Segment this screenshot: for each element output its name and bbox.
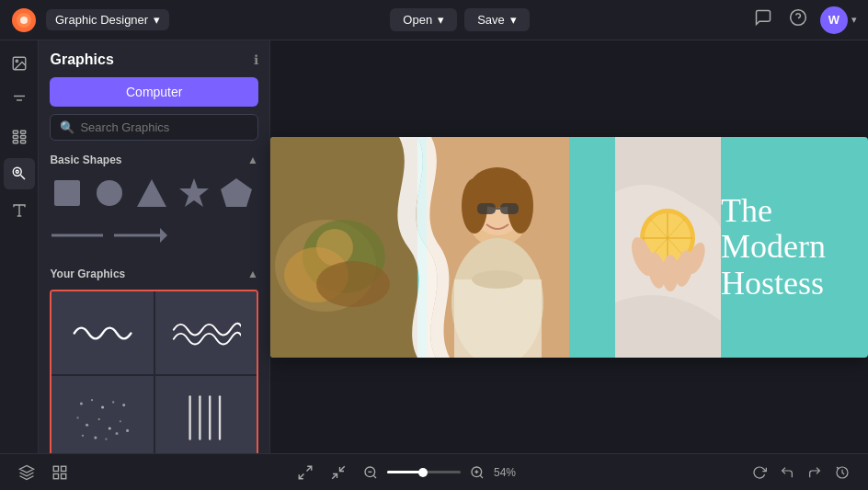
open-label: Open — [403, 13, 432, 27]
main-layout: Graphics ℹ Computer 🔍 Basic Shapes ▲ — [0, 40, 868, 453]
zoom-percent: 54% — [494, 466, 527, 479]
bottom-center: 54% — [293, 461, 527, 484]
canvas-text: The Modern Hostess — [721, 192, 850, 302]
svg-marker-80 — [20, 465, 34, 473]
svg-point-29 — [80, 402, 83, 405]
canvas-wrapper[interactable]: The Modern Hostess — [270, 137, 868, 358]
zoom-slider-fill — [387, 471, 420, 473]
svg-line-85 — [307, 466, 312, 471]
grid-view-button[interactable] — [48, 461, 72, 484]
svg-rect-66 — [454, 279, 542, 358]
chat-icon-button[interactable] — [750, 5, 776, 35]
zoom-slider-dot — [418, 468, 428, 477]
svg-point-54 — [316, 229, 353, 266]
svg-rect-15 — [20, 141, 25, 143]
shape-line[interactable] — [50, 218, 105, 253]
rail-icon-graphics[interactable] — [4, 158, 35, 189]
avatar-chevron: ▾ — [851, 14, 857, 26]
svg-rect-81 — [53, 466, 58, 471]
shape-arrow[interactable] — [112, 218, 167, 253]
svg-point-16 — [13, 167, 21, 176]
avatar-button[interactable]: W ▾ — [820, 6, 857, 34]
shape-pentagon[interactable] — [219, 176, 254, 211]
svg-point-36 — [98, 417, 100, 419]
rail-icon-image[interactable] — [4, 48, 35, 79]
your-graphics-header: Your Graphics ▲ — [50, 268, 258, 280]
bottombar: 54% — [0, 453, 868, 490]
svg-point-40 — [82, 434, 84, 436]
basic-shapes-chevron[interactable]: ▲ — [247, 154, 258, 166]
svg-marker-24 — [179, 178, 209, 207]
rail-icon-filter[interactable] — [4, 85, 35, 116]
info-icon[interactable]: ℹ — [254, 52, 258, 67]
basic-shapes-title: Basic Shapes — [50, 154, 121, 166]
graphic-item-2[interactable] — [155, 291, 257, 374]
svg-rect-82 — [62, 466, 66, 471]
svg-point-32 — [112, 401, 114, 403]
chevron-down-icon: ▾ — [154, 13, 160, 27]
topbar-center: Open ▾ Save ▾ — [169, 8, 750, 31]
undo-button[interactable] — [776, 462, 798, 484]
canvas-inner: The Modern Hostess — [270, 137, 868, 358]
panel-title: Graphics — [50, 51, 113, 68]
shape-circle[interactable] — [92, 176, 127, 211]
expand-button[interactable] — [293, 461, 317, 484]
svg-point-37 — [108, 427, 111, 429]
svg-line-93 — [480, 475, 483, 478]
your-graphics-chevron[interactable]: ▲ — [247, 268, 258, 280]
app-logo — [11, 7, 37, 33]
svg-point-3 — [791, 10, 806, 26]
your-graphics-section: Your Graphics ▲ — [50, 268, 258, 453]
help-icon-button[interactable] — [785, 5, 811, 35]
zoom-out-button[interactable] — [360, 462, 382, 484]
open-button[interactable]: Open ▾ — [390, 8, 457, 31]
icon-rail — [0, 40, 39, 453]
svg-point-42 — [105, 438, 107, 439]
svg-line-87 — [332, 473, 337, 478]
layers-button[interactable] — [15, 461, 39, 484]
redo-button[interactable] — [804, 462, 826, 484]
topbar: Graphic Designer ▾ Open ▾ Save ▾ W — [0, 0, 868, 40]
zoom-slider[interactable] — [387, 471, 461, 473]
shrink-button[interactable] — [326, 461, 350, 484]
avatar: W — [820, 6, 848, 34]
svg-line-90 — [373, 475, 376, 478]
svg-line-88 — [340, 466, 345, 471]
svg-point-51 — [275, 220, 376, 312]
svg-point-43 — [115, 431, 118, 434]
zoom-in-button[interactable] — [466, 462, 488, 484]
shape-star[interactable] — [177, 176, 211, 211]
svg-point-17 — [16, 170, 18, 173]
svg-point-39 — [126, 428, 129, 431]
svg-marker-25 — [221, 178, 252, 207]
svg-point-6 — [16, 60, 17, 62]
history-button[interactable] — [831, 462, 853, 484]
svg-point-22 — [97, 180, 122, 206]
bottom-right — [748, 462, 853, 484]
shape-triangle[interactable] — [134, 176, 169, 211]
rail-icon-text[interactable] — [4, 195, 35, 226]
shape-square[interactable] — [50, 176, 85, 211]
graphic-item-3[interactable] — [51, 376, 153, 453]
topbar-right: W ▾ — [750, 5, 857, 35]
graphic-item-1[interactable] — [51, 291, 153, 374]
svg-rect-10 — [13, 131, 17, 133]
svg-rect-11 — [20, 131, 25, 133]
graphic-item-4[interactable] — [155, 376, 257, 453]
computer-button[interactable]: Computer — [50, 77, 258, 107]
rail-icon-grid[interactable] — [4, 121, 35, 153]
svg-rect-63 — [477, 203, 496, 214]
side-panel: Graphics ℹ Computer 🔍 Basic Shapes ▲ — [39, 40, 270, 453]
refresh-button[interactable] — [748, 462, 771, 484]
svg-point-55 — [316, 261, 390, 307]
save-button[interactable]: Save ▾ — [464, 8, 530, 31]
search-icon: 🔍 — [60, 120, 74, 134]
svg-marker-23 — [137, 179, 166, 207]
app-name-label: Graphic Designer — [55, 13, 148, 27]
app-name-button[interactable]: Graphic Designer ▾ — [46, 9, 169, 30]
chevron-down-icon: ▾ — [510, 13, 517, 27]
shapes-grid — [50, 176, 258, 253]
svg-rect-64 — [500, 203, 519, 214]
svg-point-31 — [101, 405, 104, 408]
search-input[interactable] — [80, 120, 248, 134]
